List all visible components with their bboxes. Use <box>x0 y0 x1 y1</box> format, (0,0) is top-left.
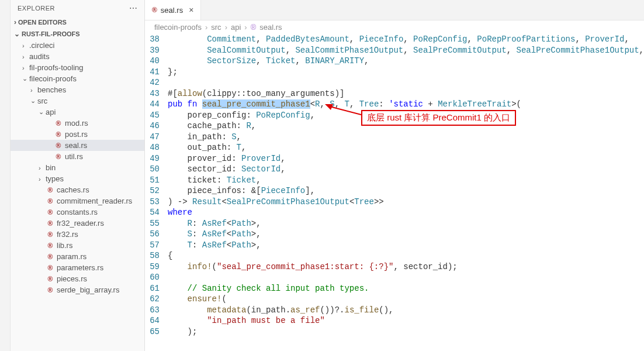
chevron-down-icon: ⌄ <box>14 30 20 38</box>
svg-line-0 <box>330 106 361 115</box>
close-icon[interactable]: × <box>189 5 193 15</box>
chevron-right-icon: › <box>205 23 207 32</box>
rust-file-icon: ® <box>46 242 55 250</box>
chevron-right-icon: › <box>30 87 37 94</box>
chevron-down-icon: ⌄ <box>39 108 46 116</box>
tree-item[interactable]: ®fr32_reader.rs <box>11 218 144 229</box>
tree-label: post.rs <box>65 130 88 139</box>
rust-file-icon: ® <box>46 264 55 272</box>
open-editors-label: OPEN EDITORS <box>18 19 67 26</box>
tree-item[interactable]: ⌄src <box>11 95 144 106</box>
rust-file-icon: ® <box>54 153 63 161</box>
tree-item[interactable]: ›fil-proofs-tooling <box>11 62 144 73</box>
tree-item[interactable]: ®caches.rs <box>11 184 144 195</box>
tree-label: constants.rs <box>57 208 98 216</box>
chevron-right-icon: › <box>22 64 29 71</box>
chevron-down-icon: ⌄ <box>22 75 29 82</box>
chevron-right-icon: › <box>244 23 247 32</box>
tree-label: param.rs <box>57 252 86 261</box>
workspace-label: RUST-FIL-PROOFS <box>22 30 80 37</box>
chevron-right-icon: › <box>39 176 46 183</box>
rust-file-icon: ® <box>54 142 63 150</box>
file-tree: ›.circleci ›audits ›fil-proofs-tooling ⌄… <box>11 40 144 351</box>
code-editor[interactable]: 38 39 40 41 42 43 44 45 46 47 48 49 50 5… <box>145 34 644 351</box>
tree-label: benches <box>37 85 66 94</box>
tree-item[interactable]: ®lib.rs <box>11 240 144 251</box>
tree-item[interactable]: ⌄filecoin-proofs <box>11 73 144 84</box>
tree-item[interactable]: ›benches <box>11 84 144 95</box>
tree-item[interactable]: ®post.rs <box>11 129 144 140</box>
tree-label: fr32_reader.rs <box>57 219 104 228</box>
rust-file-icon: ® <box>46 219 55 228</box>
chevron-right-icon: › <box>14 18 16 26</box>
breadcrumb-item[interactable]: api <box>231 23 241 32</box>
sidebar-header: EXPLORER ⋯ <box>11 0 144 16</box>
rust-file-icon: ® <box>46 253 55 261</box>
code-body[interactable]: Commitment, PaddedBytesAmount, PieceInfo… <box>168 34 644 351</box>
breadcrumb[interactable]: filecoin-proofs› src› api› ® seal.rs <box>145 20 644 34</box>
tree-label: pieces.rs <box>57 274 87 283</box>
tree-item[interactable]: ›types <box>11 173 144 184</box>
tree-item[interactable]: ›bin <box>11 162 144 173</box>
explorer-title: EXPLORER <box>18 5 55 12</box>
tree-item-seal[interactable]: ®seal.rs <box>11 140 144 151</box>
tree-label: util.rs <box>65 152 83 161</box>
chevron-right-icon: › <box>22 42 29 49</box>
tree-item[interactable]: ⌄api <box>11 106 144 118</box>
tree-item[interactable]: ›audits <box>11 51 144 62</box>
tree-label: audits <box>29 52 50 61</box>
rust-file-icon: ® <box>54 130 63 139</box>
rust-file-icon: ® <box>46 197 55 205</box>
activity-bar <box>0 0 11 351</box>
sidebar-more-icon[interactable]: ⋯ <box>129 4 138 13</box>
annotation-arrow <box>325 104 361 118</box>
tree-label: fil-proofs-tooling <box>29 63 84 72</box>
tree-item[interactable]: ®util.rs <box>11 151 144 162</box>
breadcrumb-item[interactable]: seal.rs <box>259 23 282 32</box>
tree-label: .circleci <box>29 41 54 50</box>
tree-label: filecoin-proofs <box>29 74 77 83</box>
rust-file-icon: ® <box>46 208 55 216</box>
annotation-text: 底层 rust 库计算 PreCommit1 的入口 <box>367 112 510 122</box>
workspace-section[interactable]: ⌄ RUST-FIL-PROOFS <box>11 28 144 40</box>
chevron-right-icon: › <box>22 53 29 60</box>
tree-label: parameters.rs <box>57 263 103 272</box>
tab-label: seal.rs <box>161 6 183 15</box>
rust-file-icon: ® <box>46 286 55 294</box>
tree-label: bin <box>46 163 56 172</box>
rust-file-icon: ® <box>46 230 55 239</box>
tree-label: mod.rs <box>65 119 88 128</box>
open-editors-section[interactable]: › OPEN EDITORS <box>11 16 144 28</box>
rust-file-icon: ® <box>46 186 55 194</box>
sidebar: EXPLORER ⋯ › OPEN EDITORS ⌄ RUST-FIL-PRO… <box>11 0 145 351</box>
rust-file-icon: ® <box>152 6 157 14</box>
tree-item[interactable]: ®param.rs <box>11 251 144 262</box>
breadcrumb-item[interactable]: src <box>211 23 221 32</box>
tree-label: src <box>37 97 47 105</box>
tree-item[interactable]: ®mod.rs <box>11 118 144 129</box>
rust-file-icon: ® <box>46 275 55 283</box>
tab-bar: ® seal.rs × <box>145 0 644 20</box>
tree-label: caches.rs <box>57 185 89 194</box>
tree-item[interactable]: ®parameters.rs <box>11 262 144 273</box>
tree-label: commitment_reader.rs <box>57 197 132 205</box>
svg-marker-1 <box>325 104 333 110</box>
tree-item[interactable]: ®commitment_reader.rs <box>11 195 144 207</box>
chevron-right-icon: › <box>225 23 227 32</box>
tree-label: api <box>46 108 56 116</box>
tree-item[interactable]: ›.circleci <box>11 40 144 51</box>
editor-pane: ® seal.rs × filecoin-proofs› src› api› ®… <box>145 0 644 351</box>
line-gutter: 38 39 40 41 42 43 44 45 46 47 48 49 50 5… <box>145 34 168 351</box>
tree-label: seal.rs <box>65 141 87 150</box>
tree-item[interactable]: ®fr32.rs <box>11 229 144 240</box>
chevron-down-icon: ⌄ <box>30 97 37 105</box>
tree-label: lib.rs <box>57 241 72 250</box>
tree-label: fr32.rs <box>57 230 78 239</box>
tab-seal[interactable]: ® seal.rs × <box>145 0 201 20</box>
tree-label: types <box>46 174 64 183</box>
tree-item[interactable]: ®constants.rs <box>11 207 144 218</box>
tree-item[interactable]: ®pieces.rs <box>11 273 144 284</box>
tree-item[interactable]: ®serde_big_array.rs <box>11 284 144 295</box>
breadcrumb-item[interactable]: filecoin-proofs <box>154 23 202 32</box>
rust-file-icon: ® <box>54 119 63 128</box>
